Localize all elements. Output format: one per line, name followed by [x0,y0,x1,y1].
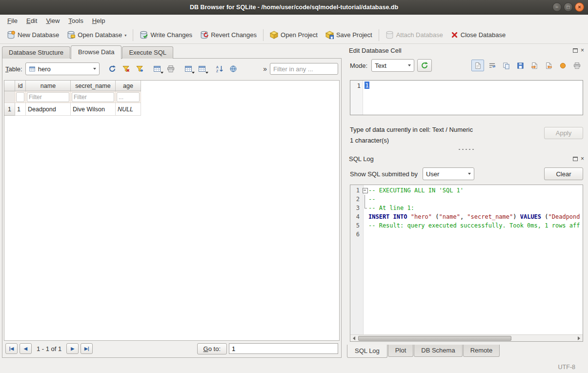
load-all-data-button[interactable] [226,63,240,75]
save-cell-button[interactable] [514,60,527,71]
filter-input-name[interactable] [27,92,69,102]
copy-cell-button[interactable] [500,60,512,71]
table-select[interactable]: hero [25,62,100,75]
log-text [368,230,583,239]
auto-apply-button[interactable] [417,59,432,72]
sql-log-title: SQL Log [349,155,374,163]
float-dock-icon[interactable] [573,48,578,53]
sql-log-view[interactable]: 1 -- EXECUTING ALL IN 'SQL 1' 2 -- 3 -- … [350,185,583,342]
word-wrap-button[interactable] [486,60,498,71]
mode-select[interactable]: Text [371,59,414,72]
cell-editor-text[interactable]: 1 [363,81,583,115]
grid-header-row: id name secret_name age [4,81,339,91]
new-record-button[interactable] [150,63,164,75]
cell-name[interactable]: Deadpond [26,103,71,116]
log-line: 6 [350,230,583,239]
clear-log-button[interactable]: Clear [544,167,583,180]
dock-tab-remote[interactable]: Remote [463,345,500,357]
import-table-button[interactable] [195,63,209,75]
export-table-button[interactable] [182,63,195,75]
auto-apply-icon [421,62,428,69]
cell-secret-name[interactable]: Dive Wilson [71,103,116,116]
cell-age[interactable]: NULL [116,103,141,116]
previous-page-button[interactable]: ◀ [20,343,32,354]
text-mode-button[interactable] [471,60,484,71]
maximize-button[interactable]: □ [564,2,573,12]
tab-browse-data[interactable]: Browse Data [71,45,122,59]
last-page-button[interactable]: ▶| [81,343,93,354]
menu-tools[interactable]: Tools [64,16,87,26]
tab-execute-sql[interactable]: Execute SQL [122,46,173,59]
scroll-right-button[interactable] [575,335,583,341]
row-header[interactable]: 1 [4,103,15,116]
column-header-secret-name[interactable]: secret_name [71,81,116,91]
export-cell-button[interactable] [542,60,555,71]
menu-edit[interactable]: Edit [22,16,41,26]
fold-marker-icon [361,230,368,239]
open-project-button[interactable]: Open Project [266,28,322,41]
table-label: Table: [5,65,22,73]
encoding-label[interactable]: UTF-8 [558,364,575,371]
print-cell-button[interactable] [570,60,583,71]
column-header-age[interactable]: age [116,81,141,91]
apply-button[interactable]: Apply [544,127,583,139]
record-range-label: 1 - 1 of 1 [37,345,61,352]
fold-marker-icon[interactable] [361,186,368,195]
close-dock-icon[interactable]: × [581,47,584,53]
close-button[interactable]: × [575,2,584,12]
window-titlebar[interactable]: DB Browser for SQLite - /home/user/code/… [0,0,588,15]
column-header-id[interactable]: id [15,81,26,91]
open-database-icon [67,31,75,39]
code-segment: "name" [439,213,460,220]
open-database-button[interactable]: Open Database ▾ [63,28,130,41]
print-records-button[interactable] [164,63,178,75]
revert-changes-button[interactable]: Revert Changes [196,28,261,41]
set-null-button[interactable] [556,60,569,71]
submitted-by-select[interactable]: User [423,167,474,180]
dock-tab-db-schema[interactable]: DB Schema [414,345,462,357]
close-dock-icon[interactable]: × [581,156,584,162]
first-page-button[interactable]: |◀ [5,343,18,354]
cell-id[interactable]: 1 [15,103,26,116]
line-number: 6 [350,230,361,239]
copy-icon [503,62,510,69]
horizontal-scrollbar[interactable] [350,334,583,341]
minimize-button[interactable]: − [552,2,562,12]
goto-input[interactable] [229,343,338,354]
write-changes-button[interactable]: Write Changes [136,28,196,41]
code-segment: ) [513,213,520,220]
dock-splitter-handle[interactable] [458,148,475,150]
goto-button[interactable]: Go to: [197,343,227,354]
float-dock-icon[interactable] [573,157,578,161]
menu-file[interactable]: File [3,16,22,26]
filter-input-secret-name[interactable] [72,92,114,102]
filter-any-input[interactable] [270,63,338,75]
dock-tab-sql-log[interactable]: SQL Log [347,345,387,358]
scroll-left-button[interactable] [350,335,358,341]
scrollbar-thumb[interactable] [358,336,511,341]
close-database-button[interactable]: Close Database [447,29,510,41]
save-project-button[interactable]: Save Project [322,28,376,41]
filter-input-age[interactable] [117,92,140,102]
column-header-name[interactable]: name [26,81,71,91]
clear-filters-button[interactable] [119,63,133,75]
new-database-button[interactable]: New Database [3,28,63,41]
grid-corner[interactable] [4,81,15,91]
fold-marker-icon [361,195,368,204]
close-database-label: Close Database [461,31,506,39]
toolbar-overflow-icon[interactable]: » [263,65,267,73]
cell-editor[interactable]: 1 1 [350,80,583,115]
revert-changes-icon [200,31,208,39]
filter-input-id[interactable] [16,92,24,102]
menu-help[interactable]: Help [88,16,110,26]
filter-options-button[interactable] [133,63,146,75]
last-page-icon: ▶| [84,346,89,351]
import-cell-button[interactable] [528,60,541,71]
tab-database-structure[interactable]: Database Structure [2,46,70,59]
next-page-button[interactable]: ▶ [66,343,79,354]
refresh-button[interactable] [105,63,119,75]
menu-view[interactable]: View [41,16,64,26]
sort-records-button[interactable]: AZ [213,63,226,75]
line-number: 3 [350,204,361,212]
dock-tab-plot[interactable]: Plot [388,345,413,357]
